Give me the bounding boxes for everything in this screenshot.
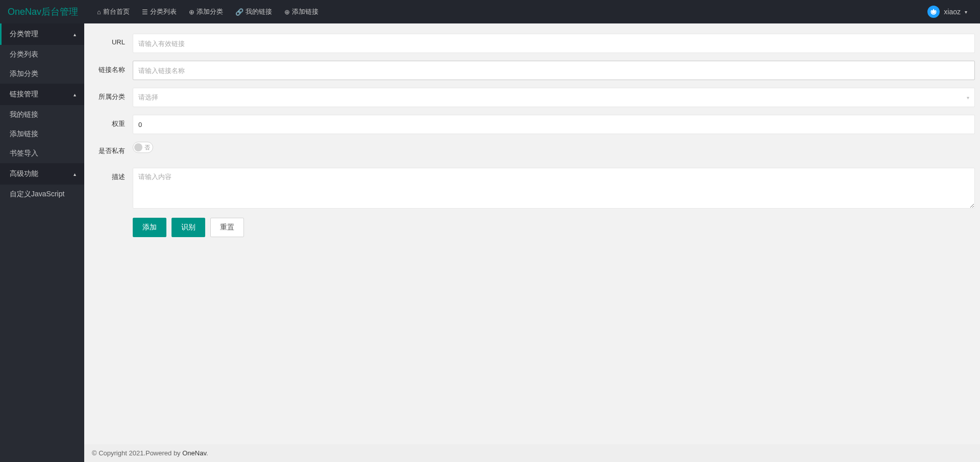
nav-label: 我的链接 <box>246 7 272 16</box>
nav-label: 前台首页 <box>103 7 130 16</box>
weight-input[interactable] <box>133 115 975 134</box>
sidebar-group-label: 分类管理 <box>10 30 38 39</box>
sidebar-group-label: 链接管理 <box>10 90 38 99</box>
home-icon: ⌂ <box>97 8 101 16</box>
sidebar: 分类管理 ▴ 分类列表 添加分类 链接管理 ▴ 我的链接 添加链接 书签导入 高… <box>0 23 84 462</box>
sidebar-item-add-category[interactable]: 添加分类 <box>0 64 84 84</box>
chevron-up-icon: ▴ <box>74 92 76 97</box>
power-icon <box>927 6 940 18</box>
footer-link[interactable]: OneNav <box>182 449 206 457</box>
name-label: 链接名称 <box>89 61 133 79</box>
header: OneNav后台管理 ⌂ 前台首页 ☰ 分类列表 ⊕ 添加分类 🔗 我的链接 ⊕… <box>0 0 980 23</box>
reset-button[interactable]: 重置 <box>210 218 244 237</box>
nav-label: 添加分类 <box>197 7 223 16</box>
url-label: URL <box>89 34 133 50</box>
switch-knob <box>134 143 142 151</box>
private-switch[interactable]: 否 <box>133 142 153 153</box>
sidebar-item-add-link[interactable]: 添加链接 <box>0 124 84 144</box>
identify-button[interactable]: 识别 <box>172 218 205 237</box>
user-name: xiaoz <box>944 8 961 16</box>
nav-add-link[interactable]: ⊕ 添加链接 <box>278 0 325 23</box>
category-label: 所属分类 <box>89 88 133 106</box>
sidebar-group-label: 高级功能 <box>10 169 38 178</box>
weight-label: 权重 <box>89 115 133 133</box>
sidebar-group-category[interactable]: 分类管理 ▴ <box>0 23 84 45</box>
name-input[interactable] <box>133 61 975 80</box>
url-input[interactable] <box>133 34 975 53</box>
top-nav: ⌂ 前台首页 ☰ 分类列表 ⊕ 添加分类 🔗 我的链接 ⊕ 添加链接 <box>91 0 922 23</box>
description-label: 描述 <box>89 168 133 186</box>
nav-add-category[interactable]: ⊕ 添加分类 <box>183 0 229 23</box>
nav-label: 添加链接 <box>292 7 318 16</box>
sidebar-group-link[interactable]: 链接管理 ▴ <box>0 84 84 105</box>
sidebar-item-import-bookmark[interactable]: 书签导入 <box>0 144 84 163</box>
main-content: URL 链接名称 所属分类 请选择 ▾ <box>84 23 980 462</box>
chevron-down-icon: ▾ <box>965 9 967 15</box>
select-placeholder: 请选择 <box>138 93 158 102</box>
chevron-down-icon: ▾ <box>967 95 969 100</box>
plus-circle-icon: ⊕ <box>284 8 290 16</box>
logo[interactable]: OneNav后台管理 <box>8 6 78 18</box>
nav-home[interactable]: ⌂ 前台首页 <box>91 0 136 23</box>
chevron-up-icon: ▴ <box>74 32 76 37</box>
add-link-form: URL 链接名称 所属分类 请选择 ▾ <box>89 34 975 237</box>
footer-suffix: . <box>206 449 208 457</box>
description-textarea[interactable] <box>133 168 975 209</box>
sidebar-group-advanced[interactable]: 高级功能 ▴ <box>0 163 84 185</box>
footer: © Copyright 2021.Powered by OneNav. <box>84 444 980 462</box>
nav-label: 分类列表 <box>150 7 177 16</box>
submit-button[interactable]: 添加 <box>133 218 166 237</box>
user-menu[interactable]: xiaoz ▾ <box>922 6 972 18</box>
copyright-text: © Copyright 2021.Powered by <box>92 449 182 457</box>
nav-my-links[interactable]: 🔗 我的链接 <box>229 0 278 23</box>
chevron-up-icon: ▴ <box>74 171 76 177</box>
plus-circle-icon: ⊕ <box>189 8 194 16</box>
switch-text: 否 <box>144 144 150 151</box>
private-label: 是否私有 <box>89 142 133 160</box>
sidebar-item-category-list[interactable]: 分类列表 <box>0 45 84 64</box>
category-select[interactable]: 请选择 ▾ <box>133 88 975 107</box>
sidebar-item-my-links[interactable]: 我的链接 <box>0 105 84 124</box>
nav-category-list[interactable]: ☰ 分类列表 <box>136 0 183 23</box>
sidebar-item-custom-js[interactable]: 自定义JavaScript <box>0 185 84 204</box>
list-icon: ☰ <box>142 8 148 16</box>
link-icon: 🔗 <box>235 8 243 16</box>
